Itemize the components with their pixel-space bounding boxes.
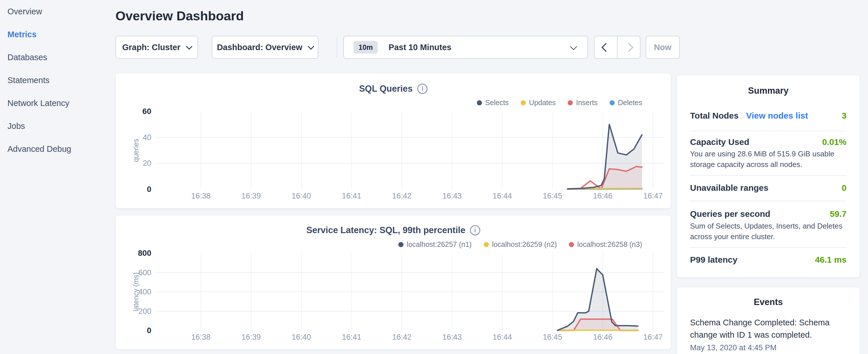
divider — [690, 131, 846, 131]
summary-description: You are using 28.6 MiB of 515.9 GiB usab… — [690, 149, 846, 170]
summary-label: Unavailable ranges — [690, 183, 768, 193]
divider — [690, 175, 846, 175]
svg-text:40: 40 — [143, 133, 151, 142]
chevron-down-icon — [186, 43, 192, 50]
svg-text:16:43: 16:43 — [442, 192, 462, 200]
svg-text:400: 400 — [138, 288, 151, 296]
svg-text:16:42: 16:42 — [392, 333, 411, 342]
service-latency-chart-card: Service Latency: SQL, 99th percentile i … — [116, 215, 671, 349]
svg-text:60: 60 — [143, 107, 151, 116]
svg-text:16:46: 16:46 — [593, 333, 613, 342]
summary-row-unavailable-ranges: Unavailable ranges 0 — [690, 183, 846, 193]
sidebar-item-overview[interactable]: Overview — [0, 0, 116, 23]
time-range-badge: 10m — [353, 41, 378, 54]
svg-text:16:44: 16:44 — [493, 192, 512, 200]
svg-text:16:40: 16:40 — [292, 192, 311, 200]
svg-text:16:45: 16:45 — [543, 192, 562, 200]
svg-text:16:45: 16:45 — [543, 333, 562, 342]
time-pager — [594, 36, 641, 59]
svg-text:16:38: 16:38 — [191, 192, 211, 200]
sidebar-item-advanced-debug[interactable]: Advanced Debug — [0, 137, 116, 160]
dashboard-dropdown[interactable]: Dashboard: Overview — [212, 36, 318, 59]
sql-queries-chart[interactable]: 16:3816:3916:4016:4116:4216:4316:4416:45… — [116, 73, 672, 209]
graph-scope-dropdown[interactable]: Graph: Cluster — [116, 36, 198, 59]
svg-text:0: 0 — [147, 326, 151, 335]
time-range-label: Past 10 Minutes — [389, 43, 451, 52]
summary-label: Capacity Used — [690, 137, 749, 147]
chevron-down-icon — [570, 43, 577, 50]
divider — [690, 247, 846, 248]
summary-label: Queries per second — [690, 209, 770, 219]
events-title: Events — [677, 297, 860, 307]
now-button[interactable]: Now — [646, 36, 680, 59]
svg-text:16:42: 16:42 — [392, 192, 411, 200]
sidebar-item-network-latency[interactable]: Network Latency — [0, 92, 116, 115]
chevron-down-icon — [308, 43, 314, 50]
sidebar-item-databases[interactable]: Databases — [0, 46, 116, 69]
summary-row-capacity: Capacity Used 0.01% — [690, 137, 846, 147]
svg-text:16:44: 16:44 — [493, 333, 512, 342]
svg-text:16:41: 16:41 — [342, 333, 361, 342]
events-panel: Events Schema Change Completed: Schema c… — [677, 287, 860, 354]
summary-label: Total Nodes — [690, 111, 739, 120]
svg-text:16:39: 16:39 — [242, 192, 261, 200]
summary-value: 0.01% — [822, 137, 846, 147]
sidebar-item-metrics[interactable]: Metrics — [0, 23, 116, 46]
sidebar-item-statements[interactable]: Statements — [0, 69, 116, 92]
service-latency-chart[interactable]: 16:3816:3916:4016:4116:4216:4316:4416:45… — [116, 215, 672, 350]
prev-timewindow-button[interactable] — [595, 36, 617, 58]
svg-text:16:41: 16:41 — [342, 192, 361, 200]
summary-row-p99: P99 latency 46.1 ms — [690, 255, 846, 265]
summary-label: P99 latency — [690, 255, 737, 265]
svg-text:16:40: 16:40 — [292, 333, 311, 342]
page-title: Overview Dashboard — [116, 9, 244, 24]
summary-value: 46.1 ms — [815, 255, 846, 265]
dashboard-label: Dashboard: Overview — [217, 43, 302, 52]
db-console: Overview Metrics Databases Statements Ne… — [0, 0, 868, 354]
svg-text:16:47: 16:47 — [643, 333, 663, 342]
svg-text:800: 800 — [138, 249, 151, 257]
svg-text:600: 600 — [138, 268, 151, 277]
summary-panel: Summary Total NodesView nodes list 3 Cap… — [677, 75, 860, 277]
svg-text:20: 20 — [143, 159, 151, 167]
summary-value: 59.7 — [830, 209, 846, 219]
summary-title: Summary — [677, 86, 860, 96]
chevron-left-icon — [601, 43, 611, 52]
event-message[interactable]: Schema Change Completed: Schema change w… — [690, 317, 842, 341]
summary-value: 3 — [842, 111, 846, 121]
svg-text:16:43: 16:43 — [442, 333, 462, 342]
summary-description: Sum of Selects, Updates, Inserts, and De… — [690, 221, 846, 242]
event-timestamp: May 13, 2020 at 4:45 PM — [690, 344, 777, 352]
svg-text:16:47: 16:47 — [643, 192, 663, 200]
summary-row-total-nodes: Total NodesView nodes list 3 — [690, 111, 846, 121]
graph-scope-label: Graph: Cluster — [122, 43, 180, 52]
svg-text:16:38: 16:38 — [191, 333, 211, 342]
sql-queries-chart-card: SQL Queries i SelectsUpdatesInsertsDelet… — [116, 73, 671, 208]
next-timewindow-button[interactable] — [617, 36, 640, 58]
view-nodes-list-link[interactable]: View nodes list — [746, 111, 808, 120]
summary-value: 0 — [842, 183, 846, 193]
summary-row-qps: Queries per second 59.7 — [690, 209, 846, 219]
svg-text:16:46: 16:46 — [593, 192, 613, 200]
header-divider — [337, 36, 337, 58]
time-range-dropdown[interactable]: 10m Past 10 Minutes — [343, 36, 588, 59]
sidebar-item-jobs[interactable]: Jobs — [0, 115, 116, 137]
chevron-right-icon — [624, 43, 633, 52]
svg-text:0: 0 — [147, 185, 151, 194]
sidebar: Overview Metrics Databases Statements Ne… — [0, 0, 116, 354]
divider — [690, 201, 846, 201]
svg-text:16:39: 16:39 — [242, 333, 261, 342]
svg-text:200: 200 — [138, 307, 151, 316]
